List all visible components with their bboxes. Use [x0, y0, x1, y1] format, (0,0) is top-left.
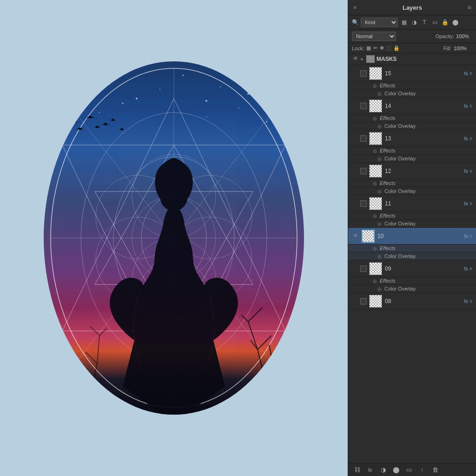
adjustment-layer-icon[interactable]: ◑	[378, 466, 388, 473]
layer-visibility-checkbox[interactable]	[360, 135, 367, 142]
layer-visibility-icon[interactable]: 👁	[352, 232, 359, 240]
layer-fx-badge[interactable]: fx	[464, 266, 468, 271]
lock-all-icon[interactable]: 🔒	[393, 45, 400, 51]
layer-expand-icon[interactable]: ∧	[469, 103, 472, 108]
layer-fx-badge[interactable]: fx	[464, 168, 468, 174]
effects-label: Effects	[380, 83, 396, 88]
effects-visibility-icon[interactable]: ◎	[371, 83, 378, 88]
color-overlay-visibility-icon[interactable]: ◎	[376, 156, 383, 161]
table-row[interactable]: 08 fx ∧	[348, 293, 476, 310]
layer-fx-badge[interactable]: fx	[464, 136, 468, 141]
kind-filter-select[interactable]: Kind	[361, 18, 398, 27]
svg-point-14	[206, 117, 207, 118]
effects-visibility-icon[interactable]: ◎	[371, 116, 378, 121]
svg-point-3	[183, 75, 184, 76]
layer-expand-icon[interactable]: ∧	[469, 298, 472, 304]
effect-filter-icon[interactable]: ⬤	[451, 19, 459, 26]
effects-visibility-icon[interactable]: ◎	[371, 213, 378, 218]
layer-expand-icon[interactable]: ∧	[469, 71, 472, 76]
table-row[interactable]: 13 fx ∧	[348, 130, 476, 147]
color-overlay-row: ◎ Color Overlay	[348, 155, 476, 163]
color-overlay-visibility-icon[interactable]: ◎	[376, 124, 383, 129]
effects-row: ◎ Effects	[348, 114, 476, 122]
effects-label: Effects	[380, 278, 396, 284]
fill-value: 100%	[454, 46, 472, 51]
color-overlay-visibility-icon[interactable]: ◎	[376, 91, 383, 96]
layer-name: 09	[385, 265, 464, 272]
table-row[interactable]: 09 fx ∧	[348, 260, 476, 277]
table-row[interactable]: 12 fx ∧	[348, 163, 476, 179]
shape-filter-icon[interactable]: ▭	[430, 19, 439, 26]
effects-visibility-icon[interactable]: ◎	[371, 246, 378, 251]
effects-row: ◎ Effects	[348, 82, 476, 90]
color-overlay-row: ◎ Color Overlay	[348, 252, 476, 260]
layer-expand-icon[interactable]: ∧	[469, 168, 472, 173]
color-overlay-label: Color Overlay	[384, 221, 416, 226]
layer-name: 14	[385, 103, 464, 109]
opacity-label: Opacity:	[436, 33, 454, 39]
new-group-icon[interactable]: ▭	[404, 466, 414, 473]
layer-expand-icon[interactable]: ∧	[469, 266, 472, 271]
color-overlay-label: Color Overlay	[384, 156, 416, 161]
layer-expand-icon[interactable]: ∧	[469, 136, 472, 141]
lock-paint-icon[interactable]: ✏	[373, 45, 377, 51]
layer-visibility-checkbox[interactable]	[360, 265, 367, 272]
svg-point-1	[113, 79, 114, 80]
layer-visibility-checkbox[interactable]	[360, 168, 367, 174]
adjustment-filter-icon[interactable]: ◑	[410, 19, 418, 26]
link-icon[interactable]: ⛓	[352, 466, 362, 473]
pixel-filter-icon[interactable]: ▦	[400, 19, 408, 26]
layer-fx-badge[interactable]: fx	[464, 201, 468, 206]
table-row[interactable]: 11 fx ∧	[348, 195, 476, 212]
layer-thumbnail	[362, 230, 375, 243]
color-overlay-visibility-icon[interactable]: ◎	[376, 286, 383, 291]
layer-thumbnail	[369, 99, 382, 112]
effects-visibility-icon[interactable]: ◎	[371, 148, 378, 153]
panel-menu-icon[interactable]: ≡	[468, 4, 471, 11]
layer-fx-badge[interactable]: fx	[464, 233, 468, 239]
layer-expand-icon[interactable]: ∧	[469, 201, 472, 206]
group-layer-masks[interactable]: 👁 ▾ MASKS	[348, 53, 476, 65]
group-visibility-icon[interactable]: 👁	[352, 55, 359, 63]
layer-thumbnail	[369, 67, 382, 80]
effects-row: ◎ Effects	[348, 179, 476, 187]
delete-layer-icon[interactable]: 🗑	[430, 466, 440, 473]
color-overlay-visibility-icon[interactable]: ◎	[376, 221, 383, 226]
effects-row: ◎ Effects	[348, 245, 476, 252]
lock-artboards-icon[interactable]: ⬚	[386, 45, 391, 51]
panel-close-icon[interactable]: ✕	[353, 5, 357, 11]
layer-visibility-checkbox[interactable]	[360, 298, 367, 304]
table-row[interactable]: 👁 10 fx ∧	[348, 228, 476, 245]
layer-fx-badge[interactable]: fx	[464, 71, 468, 76]
effects-visibility-icon[interactable]: ◎	[371, 181, 378, 186]
new-layer-icon[interactable]: ↑	[417, 466, 427, 473]
layer-fx-badge[interactable]: fx	[464, 103, 468, 109]
group-collapse-icon[interactable]: ▾	[361, 57, 363, 62]
color-overlay-visibility-icon[interactable]: ◎	[376, 254, 383, 259]
layer-visibility-checkbox[interactable]	[360, 103, 367, 109]
svg-point-12	[276, 103, 277, 104]
svg-point-5	[247, 93, 249, 95]
layer-visibility-checkbox[interactable]	[360, 70, 367, 77]
smart-filter-icon[interactable]: 🔒	[441, 19, 449, 26]
fill-layer-icon[interactable]: ⬤	[391, 466, 401, 473]
blend-mode-select[interactable]: Normal	[352, 32, 396, 41]
color-overlay-label: Color Overlay	[384, 188, 416, 194]
layers-panel: ✕ Layers ≡ 🔍 Kind ▦ ◑ T ▭ 🔒 ⬤ Normal Opa…	[348, 0, 476, 476]
layers-list[interactable]: 15 fx ∧ ◎ Effects ◎ Color Overlay 14 fx …	[348, 65, 476, 463]
svg-rect-37	[366, 56, 370, 58]
layer-expand-icon[interactable]: ∧	[469, 233, 472, 238]
fx-button[interactable]: fx	[365, 467, 375, 473]
ellipse-container	[44, 61, 304, 415]
layer-name: 12	[385, 168, 464, 174]
lock-transparent-icon[interactable]: ▦	[366, 45, 371, 51]
layer-visibility-checkbox[interactable]	[360, 200, 367, 207]
type-filter-icon[interactable]: T	[420, 19, 429, 26]
table-row[interactable]: 14 fx ∧	[348, 98, 476, 114]
color-overlay-visibility-icon[interactable]: ◎	[376, 189, 383, 194]
effects-visibility-icon[interactable]: ◎	[371, 278, 378, 284]
lock-position-icon[interactable]: ✥	[380, 45, 384, 51]
color-overlay-label: Color Overlay	[384, 253, 416, 259]
table-row[interactable]: 15 fx ∧	[348, 65, 476, 82]
layer-fx-badge[interactable]: fx	[464, 298, 468, 304]
